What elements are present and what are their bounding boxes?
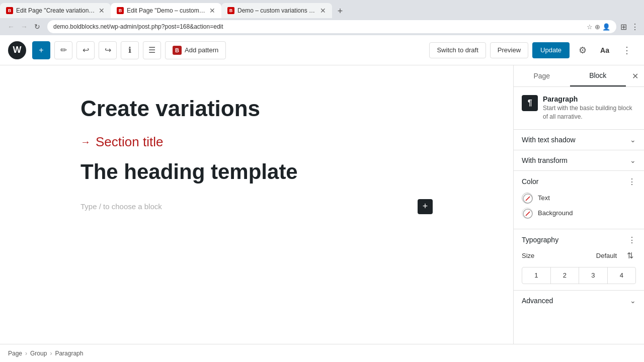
block-info: ¶ Paragraph Start with the basic buildin… bbox=[514, 87, 644, 130]
block-details: Paragraph Start with the basic building … bbox=[543, 95, 636, 121]
typography-header: Typography ⋮ bbox=[522, 235, 636, 245]
profile-icon[interactable]: 👤 bbox=[602, 23, 610, 31]
size-adjust-button[interactable]: ⇅ bbox=[624, 250, 636, 262]
panel-close-button[interactable]: ✕ bbox=[626, 67, 644, 85]
color-bg-row[interactable]: Background bbox=[522, 208, 636, 219]
tab-favicon-1: B bbox=[6, 7, 13, 14]
extensions-icon[interactable]: ⊞ bbox=[620, 22, 627, 32]
more-options-button[interactable]: ⋮ bbox=[618, 41, 636, 59]
breadcrumb-sep-2: › bbox=[50, 350, 52, 357]
main-area: Create variations → Section title The he… bbox=[0, 65, 644, 362]
tab-3[interactable]: B Demo – custom variations – Bol… ✕ bbox=[221, 3, 332, 18]
size-value: Default bbox=[596, 252, 617, 259]
breadcrumb-paragraph[interactable]: Paragraph bbox=[55, 350, 83, 357]
block-placeholder-text: Type / to choose a block bbox=[80, 202, 162, 211]
editor-inner: Create variations → Section title The he… bbox=[40, 65, 473, 244]
editor-area: Create variations → Section title The he… bbox=[0, 65, 513, 362]
tab-close-2[interactable]: ✕ bbox=[209, 7, 215, 15]
tab-bar: B Edit Page "Create variations" ‹ B… ✕ B… bbox=[0, 0, 644, 18]
block-name: Paragraph bbox=[543, 95, 636, 103]
color-section: Color ⋮ Text Background bbox=[514, 171, 644, 229]
size-btn-3[interactable]: 3 bbox=[579, 267, 608, 284]
with-transform-label: With transform bbox=[522, 156, 568, 164]
url-icons: ☆ ⊕ 👤 bbox=[587, 23, 610, 31]
right-panel: Page Block ✕ ¶ Paragraph Start with the … bbox=[513, 65, 644, 362]
switch-draft-button[interactable]: Switch to draft bbox=[429, 42, 486, 58]
with-text-shadow-label: With text shadow bbox=[522, 136, 576, 144]
browser-chrome: B Edit Page "Create variations" ‹ B… ✕ B… bbox=[0, 0, 644, 35]
breadcrumb-group[interactable]: Group bbox=[30, 350, 47, 357]
url-bar[interactable]: demo.boldblocks.net/wp-admin/post.php?po… bbox=[47, 20, 616, 33]
panel-tabs: Page Block ✕ bbox=[514, 65, 644, 87]
url-text: demo.boldblocks.net/wp-admin/post.php?po… bbox=[53, 23, 223, 30]
color-header: Color ⋮ bbox=[522, 177, 636, 187]
size-btn-4[interactable]: 4 bbox=[608, 267, 636, 284]
advanced-row[interactable]: Advanced ⌄ bbox=[514, 290, 644, 311]
arrow-right-icon: → bbox=[80, 136, 91, 148]
wp-toolbar: W + ✏ ↩ ↪ ℹ ☰ B Add pattern Switch to dr… bbox=[0, 35, 644, 65]
size-btn-1[interactable]: 1 bbox=[522, 267, 551, 284]
tab-1[interactable]: B Edit Page "Create variations" ‹ B… ✕ bbox=[0, 3, 111, 18]
breadcrumb-page[interactable]: Page bbox=[8, 350, 22, 357]
size-label: Size bbox=[522, 252, 534, 259]
tab-page[interactable]: Page bbox=[514, 66, 570, 86]
tab-block[interactable]: Block bbox=[570, 65, 626, 86]
settings-button[interactable]: ⚙ bbox=[574, 41, 592, 59]
tab-2[interactable]: B Edit Page "Demo – custom varia… ✕ bbox=[111, 3, 221, 18]
add-block-inline-button[interactable]: + bbox=[418, 199, 433, 214]
section-title-text: Section title bbox=[96, 134, 163, 150]
update-button[interactable]: Update bbox=[532, 42, 570, 58]
placeholder-row: Type / to choose a block + bbox=[80, 199, 433, 214]
tab-close-1[interactable]: ✕ bbox=[99, 7, 105, 15]
advanced-label: Advanced bbox=[522, 297, 553, 305]
browser-menu-icon[interactable]: ⋮ bbox=[631, 22, 639, 32]
forward-button[interactable]: → bbox=[18, 21, 30, 33]
typography-more-icon[interactable]: ⋮ bbox=[628, 235, 636, 245]
color-more-icon[interactable]: ⋮ bbox=[628, 177, 636, 187]
wp-logo[interactable]: W bbox=[8, 41, 26, 59]
svg-line-3 bbox=[526, 212, 530, 216]
size-row: Size Default ⇅ bbox=[522, 250, 636, 262]
tab-title-3: Demo – custom variations – Bol… bbox=[237, 7, 317, 14]
extension-icon[interactable]: ⊕ bbox=[595, 23, 600, 31]
color-title: Color bbox=[522, 177, 538, 186]
typography-button[interactable]: Aa bbox=[596, 41, 614, 59]
reload-button[interactable]: ↻ bbox=[31, 21, 43, 33]
size-btn-2[interactable]: 2 bbox=[551, 267, 580, 284]
paragraph-block-icon: ¶ bbox=[522, 95, 538, 111]
details-button[interactable]: ℹ bbox=[121, 41, 139, 59]
preview-button[interactable]: Preview bbox=[490, 42, 528, 58]
boldblocks-logo: B bbox=[173, 46, 182, 55]
color-text-row[interactable]: Text bbox=[522, 193, 636, 204]
add-pattern-button[interactable]: B Add pattern bbox=[165, 41, 226, 59]
breadcrumb-sep-1: › bbox=[25, 350, 27, 357]
undo-button[interactable]: ↩ bbox=[76, 41, 95, 59]
nav-buttons: ← → ↻ bbox=[5, 21, 43, 33]
panel-content: ¶ Paragraph Start with the basic buildin… bbox=[514, 87, 644, 362]
bg-color-label: Background bbox=[538, 209, 573, 217]
add-block-toolbar-button[interactable]: + bbox=[32, 41, 50, 59]
typography-section: Typography ⋮ Size Default ⇅ 1 2 3 4 bbox=[514, 229, 644, 290]
list-view-button[interactable]: ☰ bbox=[143, 41, 161, 59]
tab-close-3[interactable]: ✕ bbox=[320, 7, 326, 15]
typography-title: Typography bbox=[522, 236, 558, 244]
with-transform-row[interactable]: With transform ⌄ bbox=[514, 150, 644, 170]
advanced-chevron: ⌄ bbox=[630, 297, 636, 305]
text-color-circle bbox=[522, 193, 533, 204]
redo-button[interactable]: ↪ bbox=[99, 41, 117, 59]
tools-button[interactable]: ✏ bbox=[54, 41, 72, 59]
bookmark-icon[interactable]: ☆ bbox=[587, 23, 593, 31]
with-text-shadow-row[interactable]: With text shadow ⌄ bbox=[514, 130, 644, 150]
heading-block[interactable]: The heading template bbox=[80, 160, 433, 184]
svg-line-1 bbox=[526, 197, 530, 201]
back-button[interactable]: ← bbox=[5, 21, 17, 33]
address-bar: ← → ↻ demo.boldblocks.net/wp-admin/post.… bbox=[0, 18, 644, 35]
bg-color-circle bbox=[522, 208, 533, 219]
with-transform-chevron: ⌄ bbox=[630, 156, 636, 164]
new-tab-button[interactable]: + bbox=[333, 4, 347, 18]
toolbar-right: Switch to draft Preview Update ⚙ Aa ⋮ bbox=[429, 41, 636, 59]
section-title-block[interactable]: → Section title bbox=[80, 134, 433, 150]
tab-favicon-2: B bbox=[117, 7, 124, 14]
post-title[interactable]: Create variations bbox=[80, 96, 433, 122]
tab-favicon-3: B bbox=[227, 7, 234, 14]
